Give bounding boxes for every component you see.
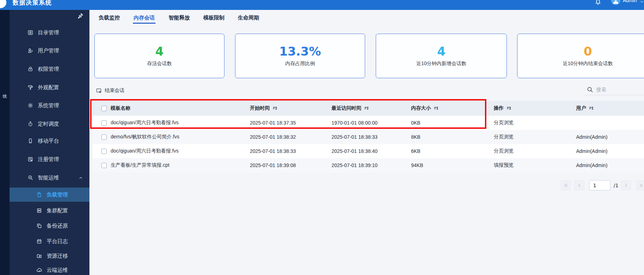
sidebar-item-permission[interactable]: 权限管理	[10, 62, 89, 76]
cell-user: Admin(Admin)	[576, 130, 608, 144]
cell-start_time: 2025-07-01 18:37:35	[250, 116, 296, 130]
page-first-icon	[563, 183, 568, 188]
column-header-label: 操作	[494, 105, 504, 111]
sidebar-item-label: 集群配置	[47, 207, 68, 214]
cell-start_time: 2025-07-01 18:38:33	[250, 144, 296, 158]
column-header-2: 开始时间	[250, 101, 277, 116]
sidebar-item-mobile[interactable]: 移动平台	[10, 134, 89, 148]
sidebar-item-label: 负载管理	[47, 191, 68, 198]
system-icon	[28, 103, 33, 108]
migrate-icon	[36, 253, 42, 259]
cell-last_access: 2025-07-01 18:38:40	[332, 144, 377, 158]
page-prev-button[interactable]	[574, 181, 584, 190]
search-input[interactable]	[596, 86, 643, 93]
column-header-label: 内存大小	[411, 105, 431, 111]
session-table: 模板名称开始时间最近访问时间内存大小操作用户doc/qiguan/周六日考勤看报…	[93, 101, 644, 172]
cell-memory: 6KB	[411, 144, 420, 158]
cloud-icon	[36, 267, 42, 273]
column-header-label: 最近访问时间	[332, 105, 361, 111]
search-box[interactable]	[584, 85, 644, 95]
sort-icon[interactable]	[273, 106, 277, 111]
cell-operation: 分页浏览	[494, 130, 514, 144]
row-checkbox[interactable]	[101, 120, 107, 126]
sidebar-item-schedule[interactable]: 定时调度	[10, 117, 89, 131]
tab-4[interactable]: 模板限制	[203, 13, 225, 24]
table-row: doc/qiguan/周六日考勤看报.fvs2025-07-01 18:37:3…	[93, 116, 644, 130]
sidebar-item-label: 注册管理	[38, 156, 59, 163]
stat-card-1: 4存活会话数	[94, 34, 224, 78]
page-prev-icon	[577, 183, 582, 188]
pin-icon[interactable]	[77, 13, 83, 19]
cell-user: Admin(Admin)	[576, 144, 608, 158]
sidebar-item-migrate[interactable]: 资源迁移	[10, 249, 89, 263]
sidebar-item-label: 权限管理	[38, 66, 59, 73]
sidebar-item-label: 平台日志	[47, 238, 68, 245]
tab-3[interactable]: 智能释放	[168, 13, 191, 24]
user-avatar[interactable]	[611, 0, 620, 5]
sidebar-item-load[interactable]: 负载管理	[10, 188, 89, 202]
stat-label: 近10分钟内新增会话数	[416, 61, 467, 67]
sidebar-item-log[interactable]: 平台日志	[10, 234, 89, 248]
sidebar-item-label: 备份还原	[47, 223, 68, 229]
cell-name: doc/qiguan/周六日考勤看报.fvs	[111, 116, 178, 130]
sidebar-item-cloud[interactable]: 云端运维	[10, 263, 89, 275]
cell-start_time: 2025-07-01 18:38:32	[250, 130, 296, 144]
sort-icon[interactable]	[589, 106, 594, 111]
page-next-button[interactable]	[621, 181, 631, 190]
sidebar-item-label: 系统管理	[38, 102, 59, 109]
end-session-icon	[96, 88, 102, 94]
cell-operation: 填报预览	[494, 158, 514, 172]
row-checkbox[interactable]	[101, 134, 107, 140]
sort-icon[interactable]	[434, 106, 439, 111]
schedule-icon	[28, 121, 33, 127]
page-next-icon	[623, 183, 628, 188]
column-header-label: 模板名称	[111, 105, 130, 111]
page-first-button[interactable]	[561, 181, 571, 190]
sidebar-item-appearance[interactable]: 外观配置	[10, 80, 89, 94]
cell-name: demo/fvs/帆软软件公司简介.fvs	[111, 130, 179, 144]
stat-label: 近10分钟内结束会话数	[563, 61, 613, 67]
sidebar-item-register[interactable]: 注册管理	[10, 152, 89, 166]
chevron-up-icon[interactable]	[78, 176, 83, 180]
cell-memory: 94KB	[411, 158, 423, 172]
permission-icon	[28, 66, 33, 72]
page-number-input[interactable]	[589, 180, 610, 190]
stat-card-4: 0近10分钟内结束会话数	[517, 34, 644, 78]
column-header-4: 内存大小	[411, 101, 439, 116]
sidebar-item-catalog[interactable]: 目录管理	[10, 25, 89, 40]
sidebar-item-ops[interactable]: 智能运维	[10, 171, 89, 185]
page-last-icon	[639, 183, 644, 188]
user-name[interactable]: Admin	[623, 0, 637, 3]
tab-5[interactable]: 生命周期	[237, 13, 260, 24]
column-header-label: 用户	[576, 105, 586, 111]
sidebar-item-cluster[interactable]: 集群配置	[10, 204, 89, 218]
page-last-button[interactable]	[636, 181, 644, 190]
top-bar: 数据决策系统 Admin	[0, 0, 644, 10]
sidebar-item-system[interactable]: 系统管理	[10, 98, 89, 113]
stat-value: 4	[437, 45, 446, 57]
search-icon	[587, 86, 593, 93]
stat-value: 0	[584, 45, 592, 57]
end-session-button[interactable]: 结束会话	[96, 87, 124, 94]
sidebar-item-user[interactable]: 用户管理	[10, 44, 89, 58]
select-all-checkbox[interactable]	[101, 106, 107, 111]
end-session-label: 结束会话	[105, 87, 124, 94]
tab-2[interactable]: 内存会话	[133, 13, 156, 24]
cluster-icon	[36, 208, 42, 213]
cell-operation: 分页浏览	[494, 116, 514, 130]
tab-1[interactable]: 负载监控	[98, 13, 121, 24]
row-checkbox[interactable]	[101, 149, 107, 154]
row-checkbox[interactable]	[101, 163, 107, 168]
stat-card-2: 13.3%内存占用比例	[235, 34, 365, 78]
page-total-label: /1	[614, 181, 619, 190]
sidebar-item-backup[interactable]: 备份还原	[10, 219, 89, 233]
notification-bell-icon[interactable]	[595, 0, 602, 5]
log-icon	[36, 239, 42, 244]
mobile-icon	[28, 138, 33, 144]
sort-icon[interactable]	[507, 106, 511, 111]
sort-icon[interactable]	[364, 106, 369, 111]
load-icon	[36, 192, 42, 197]
cell-memory: 0KB	[411, 116, 420, 130]
stat-label: 存活会话数	[147, 61, 172, 67]
register-icon	[28, 156, 33, 162]
